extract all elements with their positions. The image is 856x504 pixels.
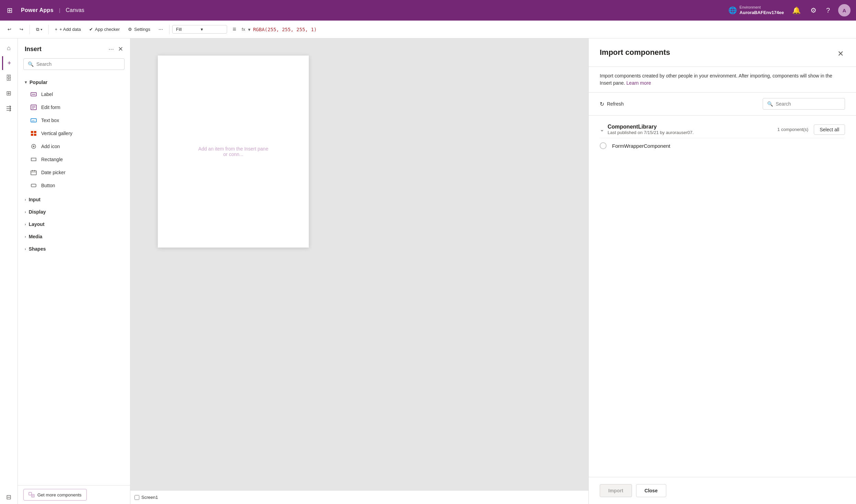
- sidebar-data-icon[interactable]: 🗄: [2, 71, 16, 85]
- input-category-label: Input: [29, 197, 40, 202]
- screen1-label: Screen1: [141, 495, 158, 500]
- text-box-item-text: Text box: [41, 118, 59, 123]
- insert-header: Insert ⋯ ✕: [18, 38, 130, 58]
- add-icon-item-text: Add icon: [41, 144, 60, 149]
- insert-options-button[interactable]: ⋯: [108, 46, 114, 52]
- canvas-label: Canvas: [66, 7, 84, 13]
- import-footer: Import Close: [589, 477, 856, 504]
- select-all-button[interactable]: Select all: [814, 124, 845, 135]
- formula-fx-button[interactable]: fx: [242, 27, 245, 32]
- insert-item-vertical-gallery[interactable]: Vertical gallery: [18, 127, 130, 140]
- gear-icon[interactable]: ⚙: [809, 5, 818, 16]
- insert-item-edit-form[interactable]: Edit form: [18, 101, 130, 114]
- fill-selector[interactable]: Fill ▾: [172, 25, 227, 34]
- grid-icon[interactable]: ⊞: [5, 5, 14, 16]
- svg-rect-21: [29, 492, 32, 495]
- formula-bar: fx ▾: [239, 27, 852, 32]
- component-radio[interactable]: [600, 142, 607, 149]
- brand-separator: |: [59, 8, 60, 13]
- more-button[interactable]: ⋯: [155, 25, 166, 34]
- sidebar-variables-icon[interactable]: ⊟: [2, 490, 16, 504]
- text-box-icon: ab|: [30, 117, 37, 124]
- import-panel: Import components ✕ Import components cr…: [588, 38, 856, 504]
- app-checker-button[interactable]: ✔ App checker: [86, 25, 123, 34]
- redo-button[interactable]: ↪: [16, 25, 27, 34]
- rectangle-item-text: Rectangle: [41, 157, 63, 162]
- refresh-button[interactable]: ↻ Refresh: [600, 101, 624, 107]
- svg-rect-16: [31, 171, 36, 175]
- svg-rect-20: [31, 184, 36, 187]
- settings-icon: ⚙: [128, 27, 132, 32]
- formula-input[interactable]: [253, 27, 849, 32]
- label-icon: [30, 91, 37, 98]
- import-search-box: 🔍: [763, 98, 845, 110]
- insert-close-button[interactable]: ✕: [117, 44, 125, 54]
- component-item: FormWrapperComponent: [600, 138, 845, 153]
- library-header[interactable]: ⌄ ComponentLibrary Last published on 7/1…: [600, 121, 845, 138]
- import-panel-header: Import components ✕: [589, 38, 856, 67]
- sidebar-components-icon[interactable]: ⇶: [2, 101, 16, 115]
- date-picker-item-text: Date picker: [41, 170, 66, 175]
- import-button[interactable]: Import: [600, 484, 632, 497]
- insert-item-text-box[interactable]: ab| Text box: [18, 114, 130, 127]
- svg-rect-8: [31, 131, 33, 133]
- insert-item-rectangle[interactable]: Rectangle: [18, 153, 130, 166]
- screen1-item[interactable]: Screen1: [134, 495, 158, 500]
- rectangle-icon: [30, 156, 37, 163]
- formula-equal-sign: ≡: [231, 26, 238, 33]
- settings-button[interactable]: ⚙ Settings: [125, 25, 154, 34]
- copy-button[interactable]: ⧉ ▾: [33, 25, 46, 34]
- sidebar-media-icon[interactable]: ⊞: [2, 86, 16, 100]
- sidebar-home-icon[interactable]: ⌂: [2, 41, 16, 55]
- library-chevron-icon: ⌄: [600, 126, 604, 133]
- insert-panel: Insert ⋯ ✕ 🔍 ▾ Popular Labe: [18, 38, 130, 504]
- media-chevron-icon: [25, 235, 26, 239]
- toolbar-separator-3: [169, 25, 169, 34]
- insert-item-button[interactable]: Button: [18, 179, 130, 192]
- add-data-button[interactable]: + + Add data: [51, 25, 84, 34]
- get-more-label: Get more components: [37, 492, 82, 497]
- sidebar-icons: ⌂ + 🗄 ⊞ ⇶ ⊟: [0, 38, 18, 504]
- canvas-area: Add an item from the Insert pane or conn…: [130, 38, 588, 504]
- import-close-button[interactable]: ✕: [836, 48, 845, 60]
- import-description: Import components created by other peopl…: [589, 67, 856, 93]
- shapes-category-label: Shapes: [29, 246, 46, 252]
- display-category-label: Display: [29, 209, 46, 215]
- search-icon: 🔍: [28, 61, 34, 67]
- popular-section: ▾ Popular Label Edit form: [18, 75, 130, 193]
- insert-category-input[interactable]: Input: [18, 193, 130, 206]
- import-content: ⌄ ComponentLibrary Last published on 7/1…: [589, 116, 856, 477]
- close-button[interactable]: Close: [636, 484, 666, 497]
- insert-category-display[interactable]: Display: [18, 206, 130, 218]
- insert-search-input[interactable]: [36, 61, 120, 67]
- environment-text: Environment AuroraBAFEnv174ee: [740, 5, 784, 15]
- canvas-hint: Add an item from the Insert pane or conn…: [196, 146, 271, 157]
- import-search-input[interactable]: [776, 101, 836, 107]
- layout-chevron-icon: [25, 222, 26, 226]
- canvas-surface: Add an item from the Insert pane or conn…: [158, 56, 309, 248]
- popular-section-header[interactable]: ▾ Popular: [18, 77, 130, 88]
- help-icon[interactable]: ?: [825, 5, 831, 16]
- learn-more-link[interactable]: Learn more: [626, 80, 651, 86]
- bell-icon[interactable]: 🔔: [791, 5, 802, 16]
- avatar[interactable]: A: [838, 4, 851, 16]
- insert-title: Insert: [25, 46, 42, 53]
- insert-category-layout[interactable]: Layout: [18, 218, 130, 230]
- screen1-checkbox[interactable]: [134, 495, 139, 500]
- component-name: FormWrapperComponent: [612, 143, 670, 149]
- import-toolbar: ↻ Refresh 🔍: [589, 93, 856, 116]
- insert-category-media[interactable]: Media: [18, 230, 130, 243]
- insert-item-label[interactable]: Label: [18, 88, 130, 101]
- vertical-gallery-icon: [30, 130, 37, 137]
- undo-button[interactable]: ↩: [4, 25, 15, 34]
- insert-item-add-icon[interactable]: Add icon: [18, 140, 130, 153]
- insert-category-shapes[interactable]: Shapes: [18, 243, 130, 255]
- sidebar-insert-icon[interactable]: +: [2, 56, 16, 70]
- toolbar-separator-1: [30, 25, 30, 34]
- svg-rect-11: [34, 134, 36, 136]
- insert-item-date-picker[interactable]: Date picker: [18, 166, 130, 179]
- get-more-components-button[interactable]: Get more components: [23, 489, 87, 501]
- refresh-icon: ↻: [600, 101, 604, 107]
- button-icon: [30, 182, 37, 189]
- button-item-text: Button: [41, 183, 55, 188]
